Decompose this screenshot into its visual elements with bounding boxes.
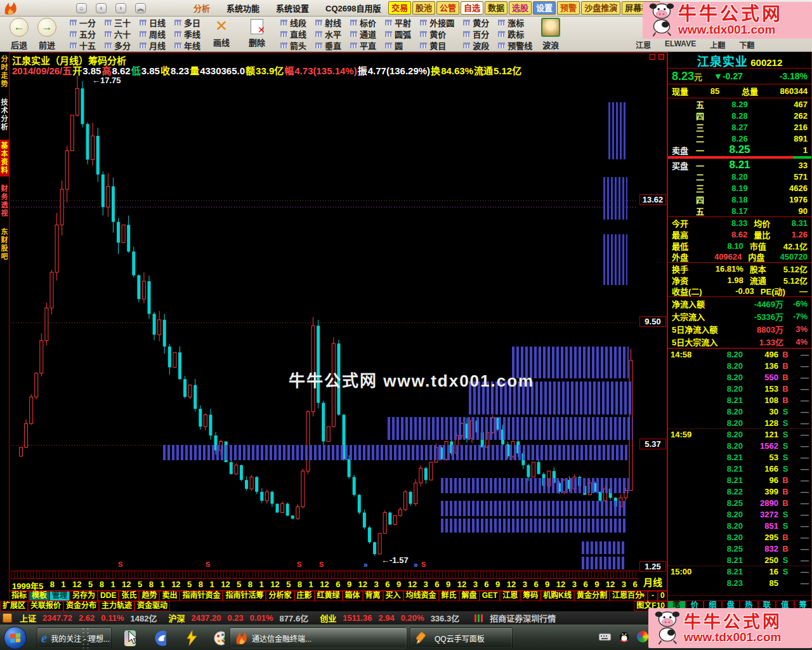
chart-maximize-icon[interactable] xyxy=(658,54,664,60)
toolbar-item-日线[interactable]: 日线 xyxy=(140,17,166,28)
menu-item-分析[interactable]: 分析 xyxy=(193,2,210,14)
indicator-tab-指标[interactable]: 指标 xyxy=(9,591,29,601)
indicator-tab-指南针活筹[interactable]: 指南针活筹 xyxy=(223,591,266,601)
forward-button[interactable]: → 前进 xyxy=(33,18,61,51)
tray-swirl[interactable] xyxy=(637,631,648,645)
indicator-tab-均线资金[interactable]: 均线资金 xyxy=(403,591,439,601)
indicator-tab-机购K线[interactable]: 机购K线 xyxy=(540,591,574,601)
indicator-tab-模板[interactable]: 模板 xyxy=(29,591,49,601)
left-tab-财务透视[interactable]: 财务透视 xyxy=(0,183,9,220)
indicator-tab-另存为[interactable]: 另存为 xyxy=(70,591,98,601)
toolbar-item-标价[interactable]: 标价 xyxy=(350,17,376,28)
tray-keyboard[interactable] xyxy=(599,632,612,644)
toolbar-extra-ELWAVE[interactable]: ELWAVE xyxy=(665,39,696,50)
tray-penguin[interactable] xyxy=(619,630,629,646)
indicator-tab-买入[interactable]: 买入 xyxy=(383,591,403,601)
scroll-marker-icon[interactable]: » xyxy=(414,560,418,569)
indicator-tab-GET[interactable]: GET xyxy=(480,591,501,601)
indicator-tab-黄金分割[interactable]: 黄金分割 xyxy=(574,591,610,601)
indicator-tab-分析家[interactable]: 分析家 xyxy=(266,591,294,601)
task-button-lightning[interactable] xyxy=(181,627,200,649)
delete-line-button[interactable]: 删除 xyxy=(242,18,272,51)
function-tab-关联报价[interactable]: 关联报价 xyxy=(28,601,63,611)
indicator-tab-箱体[interactable]: 箱体 xyxy=(343,591,363,601)
left-tab-分时走势[interactable]: 分时走势 xyxy=(0,53,9,90)
toolbar-extra-上翻[interactable]: 上翻 xyxy=(710,39,725,50)
function-tab-资金驱动[interactable]: 资金驱动 xyxy=(134,601,170,611)
indicator-tab-卖出[interactable]: 卖出 xyxy=(159,591,180,601)
wave-button[interactable]: 波浪 xyxy=(536,18,565,51)
indicator-tab-DDE[interactable]: DDE xyxy=(98,591,119,601)
indicator-tab-张氏[interactable]: 张氏 xyxy=(119,591,139,601)
left-tab-基本资料[interactable]: 基本资料 xyxy=(0,140,9,176)
toolbar-item-平直[interactable]: 平直 xyxy=(350,39,376,51)
toolbar-item-通道[interactable]: 通道 xyxy=(350,28,376,39)
toolbar-item-涨标[interactable]: 涨标 xyxy=(498,17,532,28)
indicator-tab-解盘[interactable]: 解盘 xyxy=(459,591,480,601)
toolbar-item-周线[interactable]: 周线 xyxy=(140,28,166,39)
task-button-palette[interactable] xyxy=(209,627,228,649)
toolbar-item-平射[interactable]: 平射 xyxy=(385,17,411,28)
toolbar-item-垂直[interactable]: 垂直 xyxy=(315,39,341,51)
toolbar-item-六十[interactable]: 六十 xyxy=(105,28,131,39)
toolbar-item-季线[interactable]: 季线 xyxy=(174,28,200,39)
toolbar-item-百分[interactable]: 百分 xyxy=(463,28,489,39)
menubar-button-预警[interactable]: 预警 xyxy=(557,1,580,15)
indicator-tab-红黄绿[interactable]: 红黄绿 xyxy=(315,591,343,601)
toolbar-item-水平[interactable]: 水平 xyxy=(315,28,341,39)
toolbar-item-月线[interactable]: 月线 xyxy=(140,39,166,51)
task-button-通达信金融终端...[interactable]: 通达信金融终端... xyxy=(230,627,407,649)
function-tab-扩展区[interactable]: 扩展区 xyxy=(0,601,28,611)
toolbar-item-黄目[interactable]: 黄目 xyxy=(420,39,454,51)
function-tab-主力轨迹[interactable]: 主力轨迹 xyxy=(99,601,134,611)
left-tab-技术分析[interactable]: 技术分析 xyxy=(0,96,9,133)
axis-button-0[interactable]: 0 xyxy=(658,591,667,601)
toolbar-item-线段[interactable]: 线段 xyxy=(280,17,306,28)
left-tab-东财股吧[interactable]: 东财股吧 xyxy=(0,226,9,263)
tick-list[interactable]: 14:588.20496B—8.20136B—8.20550B—8.20153B… xyxy=(668,348,811,596)
toolbar-item-圆[interactable]: 圆 xyxy=(385,39,411,51)
toolbar-item-圆弧[interactable]: 圆弧 xyxy=(385,28,411,39)
indicator-tab-鲜氏[interactable]: 鲜氏 xyxy=(439,591,459,601)
menu-item-系统功能[interactable]: 系统功能 xyxy=(226,2,259,14)
status-icon[interactable] xyxy=(3,613,12,623)
indicator-tab-江恩[interactable]: 江恩 xyxy=(500,591,520,601)
function-tab-资金分布[interactable]: 资金分布 xyxy=(63,601,99,611)
indicator-tab-背离[interactable]: 背离 xyxy=(363,591,383,601)
toolbar-extra-江恩[interactable]: 江恩 xyxy=(636,39,651,50)
menubar-button-自选[interactable]: 自选 xyxy=(461,1,483,15)
menubar-button-沙盘推演[interactable]: 沙盘推演 xyxy=(581,1,620,15)
indicator-tab-管理[interactable]: 管理 xyxy=(49,591,70,601)
toolbar-item-波段[interactable]: 波段 xyxy=(463,39,489,51)
toolbar-item-黄价[interactable]: 黄价 xyxy=(420,28,454,39)
toolbar-item-一分[interactable]: 一分 xyxy=(70,17,96,28)
collapse-button[interactable]: ︽ xyxy=(135,3,146,13)
back-button[interactable]: ← 后退 xyxy=(5,18,33,51)
menubar-button-选股[interactable]: 选股 xyxy=(509,1,532,15)
indicator-tab-指南针资金[interactable]: 指南针资金 xyxy=(180,591,223,601)
toolbar-item-预警线[interactable]: 预警线 xyxy=(498,39,532,51)
menubar-button-设置[interactable]: 设置 xyxy=(533,1,556,15)
toolbar-item-三十[interactable]: 三十 xyxy=(105,17,131,28)
forward-nav-button[interactable]: › xyxy=(115,3,126,13)
indicator-tab-庄影[interactable]: 庄影 xyxy=(294,591,315,601)
draw-line-button[interactable]: ✕ 画线 xyxy=(207,18,236,51)
back-nav-button[interactable]: ‹ xyxy=(96,3,107,13)
scroll-marker-icon[interactable]: » xyxy=(363,560,368,569)
menubar-button-公管[interactable]: 公管 xyxy=(436,1,459,15)
start-button[interactable] xyxy=(4,627,27,649)
toolbar-item-跌标[interactable]: 跌标 xyxy=(498,28,532,39)
toolbar-item-五分[interactable]: 五分 xyxy=(70,28,96,39)
home-button[interactable]: ⌂ xyxy=(76,3,87,13)
toolbar-item-直线[interactable]: 直线 xyxy=(280,28,306,39)
menubar-button-数据[interactable]: 数据 xyxy=(485,1,508,15)
task-button-dove[interactable] xyxy=(151,627,170,649)
toolbar-item-十五[interactable]: 十五 xyxy=(70,39,96,51)
toolbar-item-多分[interactable]: 多分 xyxy=(105,39,131,51)
toolbar-item-外接圆[interactable]: 外接圆 xyxy=(420,17,454,28)
toolbar-item-多日[interactable]: 多日 xyxy=(174,17,200,28)
indicator-tab-江恩百分[interactable]: 江恩百分 xyxy=(610,591,645,601)
menubar-button-交易[interactable]: 交易 xyxy=(388,1,411,15)
chart-link-icon[interactable] xyxy=(650,54,655,60)
axis-button--[interactable]: - xyxy=(648,591,657,601)
